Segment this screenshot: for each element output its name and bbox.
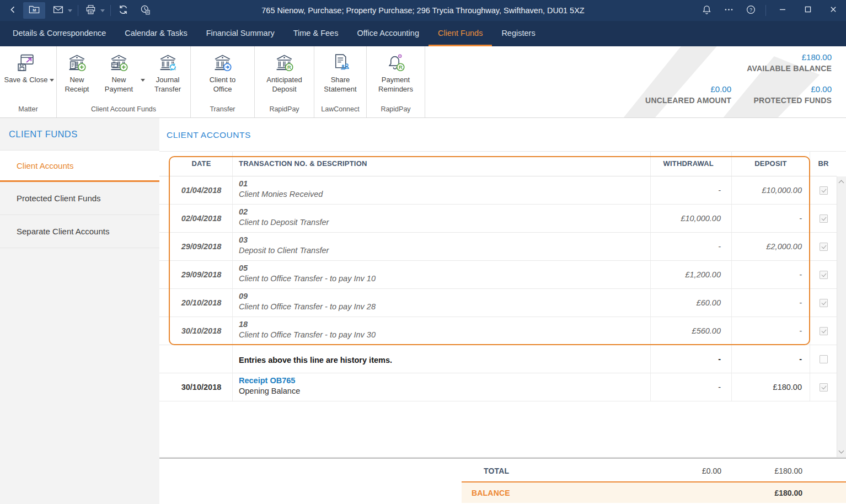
bank-card-add-icon — [109, 52, 128, 72]
mail-dropdown-caret-icon[interactable] — [68, 9, 72, 12]
table-row[interactable]: 30/10/2018 Receipt OB765 Opening Balance… — [159, 373, 837, 401]
sync-button[interactable] — [115, 2, 131, 19]
ellipsis-icon — [724, 4, 734, 17]
payment-reminders-icon: R — [386, 52, 406, 72]
ribbon-button[interactable]: Save & Close — [2, 51, 50, 86]
ribbon-tab[interactable]: Office Accounting — [347, 21, 429, 46]
ribbon-tab[interactable]: Time & Fees — [284, 21, 348, 46]
br-checkbox[interactable] — [820, 355, 828, 363]
time-records-button[interactable] — [137, 2, 153, 19]
transaction-number[interactable]: 09 — [239, 292, 650, 301]
mail-button[interactable] — [50, 2, 66, 19]
sidebar-heading: CLIENT FUNDS — [0, 118, 159, 151]
column-header-description[interactable]: TRANSACTION NO. & DESCRIPTION — [233, 151, 651, 176]
close-button[interactable] — [821, 0, 846, 21]
notifications-button[interactable] — [695, 0, 718, 21]
ribbon-tab[interactable]: Details & Correspondence — [3, 21, 115, 46]
total-withdrawal: £0.00 — [651, 467, 732, 475]
ribbon-group-label: Client Account Funds — [57, 103, 190, 117]
more-options-button[interactable] — [718, 0, 740, 21]
transaction-number[interactable]: 01 — [239, 179, 650, 188]
transaction-number[interactable]: 02 — [239, 207, 650, 216]
mail-icon — [53, 4, 63, 17]
header-gutter — [159, 151, 170, 176]
dropdown-caret-icon[interactable] — [141, 79, 145, 82]
table-row[interactable]: 30/10/2018 18 Client to Office Transfer … — [159, 317, 837, 345]
ribbon-button[interactable]: Journal Transfer — [145, 51, 190, 95]
scroll-up-icon[interactable] — [839, 180, 844, 186]
svg-text:?: ? — [749, 7, 752, 12]
uncleared-amount-label: UNCLEARED AMOUNT — [645, 96, 731, 105]
cell-description: 03 Deposit to Client Transfer — [233, 233, 651, 260]
matter-button[interactable]: M — [23, 2, 45, 19]
column-header-br[interactable]: BR — [810, 151, 837, 176]
ribbon-button[interactable]: Share Statement — [315, 51, 366, 95]
ribbon-group: RPayment RemindersRapidPay — [367, 46, 425, 117]
ribbon-button-label: Client to Office — [200, 76, 246, 94]
back-button[interactable] — [4, 2, 21, 19]
scroll-down-icon[interactable] — [839, 448, 844, 454]
titlebar-divider — [765, 5, 766, 16]
print-dropdown-caret-icon[interactable] — [100, 9, 105, 12]
transaction-number[interactable]: 18 — [239, 320, 650, 329]
cell-br — [810, 345, 837, 373]
ribbon-button[interactable]: New Receipt — [57, 51, 97, 95]
minimize-button[interactable] — [770, 0, 795, 21]
ribbon-button[interactable]: Client to Office — [197, 51, 248, 95]
ribbon-button-label: Payment Reminders — [373, 76, 419, 94]
vertical-scrollbar[interactable] — [837, 176, 846, 457]
sidebar-item[interactable]: Client Accounts — [0, 151, 159, 182]
bank-journal-sync-icon — [158, 52, 178, 72]
ribbon-tab[interactable]: Calendar & Tasks — [115, 21, 196, 46]
transaction-number[interactable]: 03 — [239, 235, 650, 244]
br-checkbox[interactable] — [820, 327, 828, 335]
br-checkbox[interactable] — [820, 299, 828, 307]
sidebar-item[interactable]: Protected Client Funds — [0, 182, 159, 215]
br-checkbox[interactable] — [820, 271, 828, 279]
close-icon — [828, 4, 839, 17]
ribbon-tab[interactable]: Financial Summary — [197, 21, 284, 46]
ribbon-group-label: RapidPay — [367, 103, 425, 117]
table-row[interactable]: Entries above this line are history item… — [159, 345, 837, 373]
protected-funds: £0.00 PROTECTED FUNDS — [754, 84, 832, 105]
transaction-description: Deposit to Client Transfer — [239, 246, 650, 255]
ribbon-button[interactable]: RPayment Reminders — [371, 51, 421, 95]
ribbon-tab[interactable]: Registers — [492, 21, 544, 46]
help-button[interactable]: ? — [740, 0, 762, 21]
table-row[interactable]: 29/09/2018 03 Deposit to Client Transfer… — [159, 233, 837, 261]
table-row[interactable]: 02/04/2018 02 Client to Deposit Transfer… — [159, 205, 837, 233]
ribbon-tab[interactable]: Client Funds — [429, 21, 492, 46]
ribbon-group-buttons: Save & Close — [0, 46, 56, 103]
table-row[interactable]: 20/10/2018 09 Client to Office Transfer … — [159, 289, 837, 317]
br-checkbox[interactable] — [820, 383, 828, 392]
column-header-date[interactable]: DATE — [170, 151, 233, 176]
br-checkbox[interactable] — [820, 215, 828, 223]
br-checkbox[interactable] — [820, 243, 828, 251]
row-gutter — [159, 233, 170, 260]
cell-description: 02 Client to Deposit Transfer — [233, 205, 651, 232]
printer-icon — [85, 4, 96, 17]
maximize-button[interactable] — [795, 0, 821, 21]
table-header: DATE TRANSACTION NO. & DESCRIPTION WITHD… — [159, 151, 837, 176]
cell-deposit: - — [732, 345, 810, 373]
table-row[interactable]: 01/04/2018 01 Client Monies Received - £… — [159, 176, 837, 205]
print-button[interactable] — [82, 2, 99, 19]
save-close-icon — [16, 52, 36, 72]
matter-balance-summary: £180.00 AVAILABLE BALANCE £0.00 UNCLEARE… — [581, 46, 846, 117]
column-header-deposit[interactable]: DEPOSIT — [732, 151, 810, 176]
br-checkbox[interactable] — [820, 186, 828, 195]
titlebar-divider — [78, 5, 78, 16]
transaction-number[interactable]: 05 — [239, 264, 650, 272]
uncleared-amount: £0.00 UNCLEARED AMOUNT — [645, 84, 731, 105]
sidebar-item[interactable]: Separate Client Accounts — [0, 215, 159, 248]
transaction-number[interactable]: Receipt OB765 — [239, 376, 650, 385]
transaction-description: Client to Office Transfer - to pay Inv 1… — [239, 274, 650, 283]
table-row[interactable]: 29/09/2018 05 Client to Office Transfer … — [159, 261, 837, 289]
sidebar: CLIENT FUNDS Client Accounts Protected C… — [0, 118, 159, 504]
ribbon-group-buttons: RPayment Reminders — [367, 46, 425, 103]
column-header-withdrawal[interactable]: WITHDRAWAL — [651, 151, 732, 176]
ribbon-button[interactable]: New Payment — [97, 51, 141, 95]
main-tab-bar: Details & Correspondence Calendar & Task… — [0, 21, 846, 46]
ribbon-button[interactable]: RAnticipated Deposit — [259, 51, 310, 95]
dropdown-caret-icon[interactable] — [50, 79, 54, 82]
